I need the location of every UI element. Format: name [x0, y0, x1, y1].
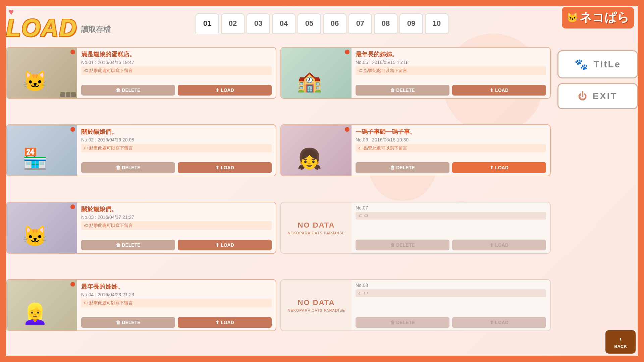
thumb-miniicons-1	[60, 92, 76, 97]
back-button[interactable]: ‹ BACK	[605, 330, 636, 354]
tab-01[interactable]: 01	[196, 13, 219, 34]
save-number-3: No.03 : 2016/04/17 21:27	[81, 215, 272, 220]
slot-indicator-6	[345, 127, 350, 132]
save-info-2: 關於貓娘們。 No.02 : 2016/04/16 20:08 點擊此處可以寫下…	[77, 125, 276, 176]
save-info-5: 最年長的姊姊。 No.05 : 2016/05/15 15:18 點擊此處可以寫…	[352, 48, 550, 98]
save-actions-4: 🗑 DELETE ⬆ LOAD	[81, 317, 272, 328]
load-btn-5[interactable]: ⬆ LOAD	[452, 85, 546, 96]
delete-btn-6[interactable]: 🗑 DELETE	[356, 162, 449, 173]
save-actions-2: 🗑 DELETE ⬆ LOAD	[81, 162, 272, 173]
save-info-3: 關於貓娘們。 No.03 : 2016/04/17 21:27 點擊此處可以寫下…	[77, 202, 276, 253]
delete-btn-7[interactable]: 🗑 DELETE	[356, 240, 449, 250]
save-actions-5: 🗑 DELETE ⬆ LOAD	[356, 85, 546, 96]
load-btn-3[interactable]: ⬆ LOAD	[178, 240, 272, 250]
no-data-sub-7: NEKOPARA CATS PARADISE	[287, 231, 345, 235]
title-button[interactable]: 🐾 TitLe	[557, 50, 638, 78]
save-slot-4: 👱‍♀️ 最年長的姊姊。 No.04 : 2016/04/23 21:23 點擊…	[6, 279, 276, 331]
tab-10[interactable]: 10	[425, 13, 448, 34]
save-number-1: No.01 : 2016/04/16 19:47	[81, 60, 272, 65]
logo-area: LOAD 讀取存檔	[6, 14, 111, 42]
save-slot-1: 🐱 滿是貓娘的蛋糕店。 No.01 : 2016/04/16 19:47 點擊此…	[6, 47, 276, 99]
save-number-5: No.05 : 2016/05/15 15:18	[356, 60, 546, 65]
delete-btn-5[interactable]: 🗑 DELETE	[356, 85, 449, 96]
delete-btn-1[interactable]: 🗑 DELETE	[81, 85, 175, 96]
char-4: 👱‍♀️	[7, 280, 63, 325]
save-title-5: 最年長的姊姊。	[356, 50, 546, 58]
save-note-1[interactable]: 點擊此處可以寫下留言	[81, 66, 272, 75]
thumbnail-1: 🐱	[7, 48, 77, 98]
save-note-3[interactable]: 點擊此處可以寫下留言	[81, 221, 272, 230]
slot-indicator-3	[70, 204, 75, 209]
char-3: 🐱	[7, 202, 63, 248]
save-note-2[interactable]: 點擊此處可以寫下留言	[81, 144, 272, 153]
save-actions-8: 🗑 DELETE ⬆ LOAD	[356, 317, 546, 328]
load-btn-8[interactable]: ⬆ LOAD	[452, 317, 546, 328]
delete-btn-4[interactable]: 🗑 DELETE	[81, 317, 175, 328]
tab-06[interactable]: 06	[323, 13, 346, 34]
tab-02[interactable]: 02	[221, 13, 245, 34]
border-right	[638, 0, 644, 362]
load-btn-7[interactable]: ⬆ LOAD	[452, 240, 546, 250]
save-note-7: 🏷	[356, 212, 546, 220]
heart-decoration: ♥	[8, 7, 14, 17]
save-slot-5: 🏫 最年長的姊姊。 No.05 : 2016/05/15 15:18 點擊此處可…	[280, 47, 551, 99]
char-6: 👧	[281, 125, 337, 171]
tab-05[interactable]: 05	[298, 13, 321, 34]
slot-indicator-5	[345, 50, 350, 54]
save-info-7: No.07 🏷 🗑 DELETE ⬆ LOAD	[352, 202, 550, 253]
slot-indicator-2	[70, 127, 75, 132]
delete-btn-3[interactable]: 🗑 DELETE	[81, 240, 175, 250]
save-title-6: 一碼子事歸一碼子事。	[356, 128, 546, 136]
save-note-5[interactable]: 點擊此處可以寫下留言	[356, 66, 546, 75]
exit-btn-label: EXIT	[592, 91, 617, 102]
slot-indicator-1	[70, 50, 75, 54]
thumbnail-3: 🐱	[7, 202, 77, 253]
back-chevron: ‹	[620, 335, 622, 343]
paw-icon: 🐾	[575, 58, 589, 71]
no-data-box-8: NO DATA NEKOPARA CATS PARADISE	[281, 280, 352, 330]
save-slot-7: NO DATA NEKOPARA CATS PARADISE No.07 🏷 🗑…	[280, 202, 551, 254]
save-number-7: No.07	[356, 205, 546, 210]
tab-04[interactable]: 04	[272, 13, 296, 34]
thumbnail-5: 🏫	[281, 48, 352, 98]
thumbnail-6: 👧	[281, 125, 352, 176]
save-slot-2: 🏪 關於貓娘們。 No.02 : 2016/04/16 20:08 點擊此處可以…	[6, 124, 276, 176]
tab-03[interactable]: 03	[247, 13, 270, 34]
slot-indicator-4	[70, 282, 75, 287]
save-info-8: No.08 🏷 🗑 DELETE ⬆ LOAD	[352, 280, 550, 330]
save-note-6[interactable]: 點擊此處可以寫下留言	[356, 144, 546, 153]
tab-08[interactable]: 08	[374, 13, 397, 34]
save-slot-8: NO DATA NEKOPARA CATS PARADISE No.08 🏷 🗑…	[280, 279, 551, 331]
page-tabs: 01 02 03 04 05 06 07 08 09 10	[196, 13, 448, 34]
tab-07[interactable]: 07	[348, 13, 372, 34]
tab-09[interactable]: 09	[399, 13, 423, 34]
delete-btn-8[interactable]: 🗑 DELETE	[356, 317, 449, 328]
neko-logo-text: ネコぱら	[580, 9, 629, 26]
char-2: 🏪	[7, 125, 63, 171]
save-title-3: 關於貓娘們。	[81, 205, 272, 213]
nekopara-logo: 🐱 ネコぱら	[562, 7, 634, 28]
delete-btn-2[interactable]: 🗑 DELETE	[81, 162, 175, 173]
no-data-box-7: NO DATA NEKOPARA CATS PARADISE	[281, 202, 352, 253]
save-number-8: No.08	[356, 283, 546, 288]
save-actions-3: 🗑 DELETE ⬆ LOAD	[81, 240, 272, 250]
save-note-4[interactable]: 點擊此處可以寫下留言	[81, 299, 272, 307]
char-1: 🐱	[7, 48, 63, 93]
title-btn-label: TitLe	[594, 59, 621, 70]
save-info-1: 滿是貓娘的蛋糕店。 No.01 : 2016/04/16 19:47 點擊此處可…	[77, 48, 276, 98]
save-number-6: No.06 : 2016/05/15 19:30	[356, 137, 546, 142]
save-info-6: 一碼子事歸一碼子事。 No.06 : 2016/05/15 19:30 點擊此處…	[352, 125, 550, 176]
load-btn-4[interactable]: ⬆ LOAD	[178, 317, 272, 328]
saves-grid: 🐱 滿是貓娘的蛋糕店。 No.01 : 2016/04/16 19:47 點擊此…	[6, 44, 551, 356]
save-title-4: 最年長的姊姊。	[81, 283, 272, 291]
save-slot-3: 🐱 關於貓娘們。 No.03 : 2016/04/17 21:27 點擊此處可以…	[6, 202, 276, 254]
border-left	[0, 0, 6, 362]
save-actions-1: 🗑 DELETE ⬆ LOAD	[81, 85, 272, 96]
load-btn-6[interactable]: ⬆ LOAD	[452, 162, 546, 173]
save-info-4: 最年長的姊姊。 No.04 : 2016/04/23 21:23 點擊此處可以寫…	[77, 280, 276, 330]
load-btn-2[interactable]: ⬆ LOAD	[178, 162, 272, 173]
load-btn-1[interactable]: ⬆ LOAD	[178, 85, 272, 96]
no-data-sub-8: NEKOPARA CATS PARADISE	[287, 308, 345, 312]
exit-button[interactable]: ⏻ EXIT	[557, 83, 638, 109]
save-actions-7: 🗑 DELETE ⬆ LOAD	[356, 240, 546, 250]
